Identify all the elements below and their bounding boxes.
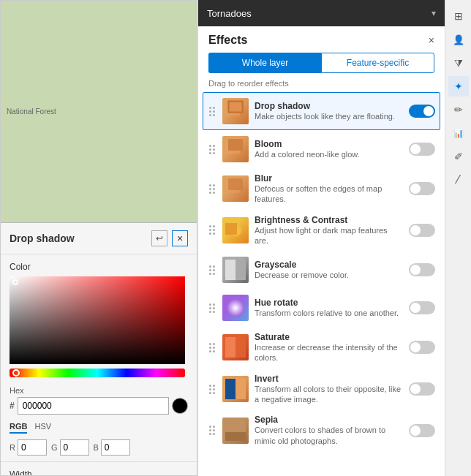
blur-desc: Defocus or soften the edges of map featu… [255,184,403,205]
bloom-name: Bloom [255,139,403,149]
close-button[interactable]: × [172,230,188,246]
drag-handle-sepia[interactable] [208,424,216,437]
brightness-name: Brightness & Contrast [255,215,403,225]
grayscale-name: Grayscale [255,260,403,270]
drop-shadow-toggle[interactable] [409,105,435,118]
drag-handle-blur[interactable] [208,183,216,195]
effect-item-sepia[interactable]: Sepia Convert colors to shades of brown … [203,409,440,451]
tab-feature-specific[interactable]: Feature-specific [321,53,434,73]
r-input[interactable] [18,439,47,456]
hue-toggle-knob [410,303,421,313]
tab-rgb[interactable]: RGB [10,422,27,434]
bloom-toggle[interactable] [409,143,435,156]
saturate-icon [222,334,249,360]
drag-hint: Drag to reorder effects [198,76,445,92]
width-label: Width [10,469,188,476]
sidebar-icons: ⊞ 👤 ⧩ ✦ ✏ 📊 ✐ ∕ [445,0,471,476]
blur-toggle[interactable] [409,182,435,195]
drop-shadow-panel: National Forest Drop shadow ↩ × Color [0,0,197,476]
hex-input[interactable] [18,397,169,415]
hue-slider[interactable] [10,369,185,377]
panel-header: Drop shadow ↩ × [1,223,197,254]
svg-rect-6 [228,178,243,190]
svg-rect-17 [225,432,246,441]
drag-handle-invert[interactable] [208,383,216,396]
pencil-icon-btn[interactable]: ∕ [448,170,469,190]
hex-label: Hex [10,386,188,395]
tab-whole-layer-label: Whole layer [242,58,288,68]
brightness-toggle[interactable] [409,224,435,237]
filter-icon-btn[interactable]: ⧩ [448,53,469,73]
grayscale-toggle-knob [410,265,421,275]
people-icon-btn[interactable]: 👤 [448,29,469,50]
invert-toggle[interactable] [409,382,435,396]
color-gradient[interactable] [10,276,185,364]
panel-actions: ↩ × [151,230,188,246]
tab-feature-specific-label: Feature-specific [347,58,409,68]
effect-item-saturate[interactable]: Saturate Increase or decrease the intens… [203,327,440,369]
effect-item-drop-shadow[interactable]: Drop shadow Make objects look like they … [203,92,440,130]
r-field: R [10,439,47,456]
edit2-icon-btn[interactable]: ✐ [448,146,469,167]
svg-rect-15 [225,379,236,399]
grayscale-desc: Decrease or remove color. [255,270,403,280]
hue-name: Hue rotate [255,298,403,308]
saturate-desc: Increase or decrease the intensity of th… [255,342,403,363]
svg-point-11 [227,299,244,317]
sepia-toggle[interactable] [409,424,435,437]
effect-item-grayscale[interactable]: Grayscale Decrease or remove color. [203,251,440,289]
sepia-name: Sepia [255,415,403,425]
edit2-icon: ✐ [454,151,463,162]
grayscale-toggle[interactable] [409,263,435,276]
grayscale-text: Grayscale Decrease or remove color. [255,260,403,280]
tab-whole-layer[interactable]: Whole layer [208,53,321,73]
sepia-desc: Convert colors to shades of brown to mim… [255,425,403,446]
effect-item-blur[interactable]: Blur Defocus or soften the edges of map … [203,168,440,210]
map-label: National Forest [7,107,56,116]
effects-icon-btn[interactable]: ✦ [448,76,469,97]
tab-hsv[interactable]: HSV [34,422,51,434]
hue-toggle[interactable] [409,301,435,314]
sepia-toggle-knob [410,426,421,436]
top-bar-chevron[interactable]: ▾ [432,8,436,18]
effects-tabs: Whole layer Feature-specific [198,47,445,76]
b-input[interactable] [101,439,130,456]
chart-icon-btn[interactable]: 📊 [448,123,469,143]
drag-handle-hue[interactable] [208,302,216,314]
effects-list: Drop shadow Make objects look like they … [198,92,445,476]
effect-item-hue-rotate[interactable]: Hue rotate Transform colors relative to … [203,289,440,327]
g-input[interactable] [60,439,89,456]
sepia-icon [222,418,249,444]
bloom-toggle-knob [410,144,421,154]
saturate-name: Saturate [255,332,403,342]
drag-handle-grayscale[interactable] [208,264,216,276]
layers-icon: ⊞ [454,10,463,22]
effect-item-bloom[interactable]: Bloom Add a colored neon-like glow. [203,130,440,168]
effect-item-invert[interactable]: Invert Transform all colors to their opp… [203,369,440,410]
blur-toggle-knob [410,184,421,194]
saturate-toggle[interactable] [409,341,435,354]
drag-handle-bloom[interactable] [208,143,216,156]
blur-name: Blur [255,173,403,184]
g-label: G [51,443,58,452]
saturate-text: Saturate Increase or decrease the intens… [255,332,403,363]
layers-icon-btn[interactable]: ⊞ [448,6,469,26]
invert-toggle-knob [410,384,421,394]
effects-icon: ✦ [454,80,463,92]
saturate-toggle-knob [410,342,421,352]
effects-close-button[interactable]: × [429,34,434,46]
hue-desc: Transform colors relative to one another… [255,308,403,318]
effects-panel: Tornadoes ▾ Effects × Whole layer Featur… [197,0,445,476]
pen-icon-btn[interactable]: ✏ [448,99,469,120]
svg-rect-13 [225,337,236,358]
drag-handle-saturate[interactable] [208,341,216,354]
hue-text: Hue rotate Transform colors relative to … [255,298,403,318]
drag-handle-drop-shadow[interactable] [208,105,216,118]
effect-item-brightness[interactable]: Brightness & Contrast Adjust how light o… [203,210,440,252]
undo-button[interactable]: ↩ [151,230,167,246]
drop-shadow-name: Drop shadow [255,101,403,111]
bloom-desc: Add a colored neon-like glow. [255,149,403,159]
map-background: National Forest [1,1,197,223]
top-bar-title: Tornadoes [207,8,252,19]
drag-handle-brightness[interactable] [208,224,216,236]
